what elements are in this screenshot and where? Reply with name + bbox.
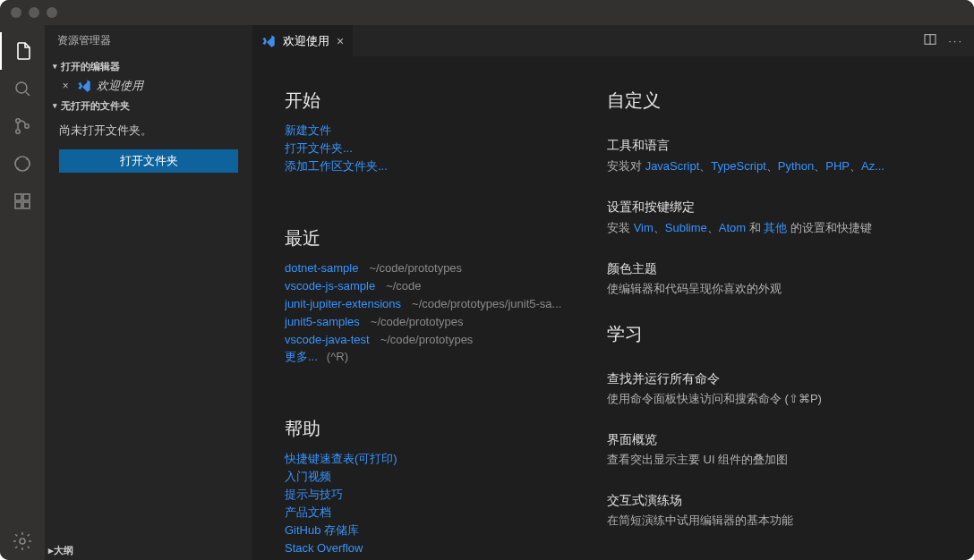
close-window-icon[interactable] [11, 7, 21, 18]
sidebar-title: 资源管理器 [45, 25, 252, 56]
recent-item-path: ~/code [386, 277, 421, 294]
settings-gear-icon[interactable] [0, 522, 45, 560]
open-editor-item[interactable]: × 欢迎使用 [45, 76, 252, 96]
extensions-icon[interactable] [0, 182, 45, 220]
recent-item-path: ~/code/prototypes [369, 259, 462, 276]
svg-point-0 [16, 82, 27, 93]
theme-title: 颜色主题 [607, 261, 974, 277]
open-editors-header[interactable]: ▾ 打开的编辑器 [45, 56, 252, 76]
help-heading: 帮助 [285, 417, 589, 441]
keymaps-title: 设置和按键绑定 [607, 199, 974, 216]
activity-bar [0, 25, 45, 560]
recent-heading: 最近 [285, 226, 589, 250]
recent-item[interactable]: vscode-js-sample~/code [285, 277, 589, 294]
keymap-link[interactable]: Sublime [665, 221, 707, 234]
tools-link[interactable]: JavaScript [645, 159, 700, 173]
svg-point-2 [16, 130, 20, 133]
recent-item-name[interactable]: junit-jupiter-extensions [285, 295, 401, 312]
recent-item-name[interactable]: dotnet-sample [285, 259, 358, 276]
tools-link[interactable]: TypeScript [711, 159, 765, 173]
help-link[interactable]: Stack Overflow [285, 539, 589, 556]
recent-list: dotnet-sample~/code/prototypesvscode-js-… [285, 259, 589, 348]
tools-block: 工具和语言 安装对 JavaScript、TypeScript、Python、P… [607, 138, 974, 174]
no-folder-label: 无打开的文件夹 [61, 99, 130, 113]
learn-playground-desc: 在简短演练中试用编辑器的基本功能 [607, 513, 974, 529]
svg-rect-5 [15, 194, 21, 200]
start-heading: 开始 [285, 89, 589, 113]
editor-tabs: 欢迎使用 × ··· [252, 25, 974, 56]
tools-link[interactable]: PHP [825, 159, 850, 173]
recent-item-path: ~/code/prototypes/junit5-sa... [412, 295, 561, 312]
recent-item-path: ~/code/prototypes [380, 331, 474, 348]
tools-link[interactable]: Python [778, 159, 814, 173]
help-link[interactable]: GitHub 存储库 [285, 522, 589, 539]
svg-point-3 [25, 124, 29, 128]
learn-playground-block[interactable]: 交互式演练场 在简短演练中试用编辑器的基本功能 [607, 493, 974, 529]
recent-item-name[interactable]: junit5-samples [285, 313, 360, 330]
learn-overview-desc: 查看突出显示主要 UI 组件的叠加图 [607, 452, 974, 468]
keymap-link[interactable]: Vim [634, 221, 654, 234]
keymap-link[interactable]: Atom [719, 221, 746, 234]
add-workspace-link[interactable]: 添加工作区文件夹... [285, 157, 589, 174]
maximize-window-icon[interactable] [47, 7, 57, 18]
svg-rect-8 [23, 202, 30, 208]
help-link[interactable]: 入门视频 [285, 468, 589, 485]
keymaps-block: 设置和按键绑定 安装 Vim、Sublime、Atom 和 其他 的设置和快捷键 [607, 199, 974, 236]
keymaps-desc: 安装 Vim、Sublime、Atom 和 其他 的设置和快捷键 [607, 219, 974, 236]
close-icon[interactable]: × [337, 34, 344, 48]
recent-more-link[interactable]: 更多... [285, 348, 318, 365]
recent-item-name[interactable]: vscode-js-sample [285, 277, 375, 294]
svg-point-9 [20, 539, 25, 544]
svg-rect-7 [15, 202, 21, 208]
recent-item[interactable]: junit-jupiter-extensions~/code/prototype… [285, 295, 589, 312]
editor-area: 欢迎使用 × ··· 开始 新建文件 打开文件夹... [252, 25, 974, 560]
source-control-icon[interactable] [0, 107, 45, 145]
explorer-icon[interactable] [0, 32, 45, 70]
open-folder-button[interactable]: 打开文件夹 [59, 149, 238, 173]
tools-link[interactable]: Az... [861, 159, 884, 173]
no-folder-message: 尚未打开文件夹。 [45, 115, 252, 146]
help-link[interactable]: 提示与技巧 [285, 486, 589, 503]
no-folder-header[interactable]: ▾ 无打开的文件夹 [45, 96, 252, 115]
close-icon[interactable]: × [59, 80, 72, 92]
learn-commands-title: 查找并运行所有命令 [607, 371, 974, 387]
theme-desc: 使编辑器和代码呈现你喜欢的外观 [607, 281, 974, 297]
keymap-other-link[interactable]: 其他 [764, 221, 787, 234]
recent-item-name[interactable]: vscode-java-test [285, 331, 370, 348]
outline-header[interactable]: ▸ 大纲 [45, 540, 252, 560]
open-editor-label: 欢迎使用 [97, 78, 143, 94]
recent-item[interactable]: junit5-samples~/code/prototypes [285, 313, 589, 330]
open-folder-link[interactable]: 打开文件夹... [285, 140, 589, 157]
tools-desc: 安装对 JavaScript、TypeScript、Python、PHP、Az.… [607, 157, 974, 174]
window-controls[interactable] [11, 7, 57, 18]
svg-point-1 [16, 119, 20, 123]
explorer-sidebar: 资源管理器 ▾ 打开的编辑器 × 欢迎使用 ▾ 无打开的文件夹 尚未打开文件夹。… [45, 25, 252, 560]
learn-commands-block[interactable]: 查找并运行所有命令 使用命令面板快速访问和搜索命令 (⇧⌘P) [607, 371, 974, 407]
theme-block: 颜色主题 使编辑器和代码呈现你喜欢的外观 [607, 261, 974, 297]
learn-overview-block[interactable]: 界面概览 查看突出显示主要 UI 组件的叠加图 [607, 432, 974, 468]
more-actions-icon[interactable]: ··· [948, 34, 963, 47]
new-file-link[interactable]: 新建文件 [285, 122, 589, 139]
minimize-window-icon[interactable] [29, 7, 39, 18]
welcome-page: 开始 新建文件 打开文件夹... 添加工作区文件夹... 最近 dotnet-s… [252, 56, 974, 560]
vscode-icon [77, 79, 91, 93]
learn-commands-desc: 使用命令面板快速访问和搜索命令 (⇧⌘P) [607, 391, 974, 407]
debug-icon[interactable] [0, 145, 45, 182]
help-link[interactable]: 产品文档 [285, 504, 589, 521]
chevron-down-icon: ▾ [48, 101, 61, 110]
learn-heading: 学习 [607, 322, 974, 346]
tab-label: 欢迎使用 [283, 33, 329, 49]
learn-overview-title: 界面概览 [607, 432, 974, 448]
open-editors-label: 打开的编辑器 [61, 60, 120, 73]
recent-item[interactable]: vscode-java-test~/code/prototypes [285, 331, 589, 348]
help-list: 快捷键速查表(可打印)入门视频提示与技巧产品文档GitHub 存储库Stack … [285, 450, 589, 556]
recent-item[interactable]: dotnet-sample~/code/prototypes [285, 259, 589, 276]
search-icon[interactable] [0, 70, 45, 107]
help-link[interactable]: 快捷键速查表(可打印) [285, 450, 589, 467]
tools-title: 工具和语言 [607, 138, 974, 154]
tab-welcome[interactable]: 欢迎使用 × [252, 25, 353, 56]
chevron-down-icon: ▾ [48, 62, 61, 71]
split-editor-icon[interactable] [923, 32, 937, 49]
recent-more-kbd: (^R) [327, 348, 348, 365]
outline-label: 大纲 [54, 544, 73, 557]
